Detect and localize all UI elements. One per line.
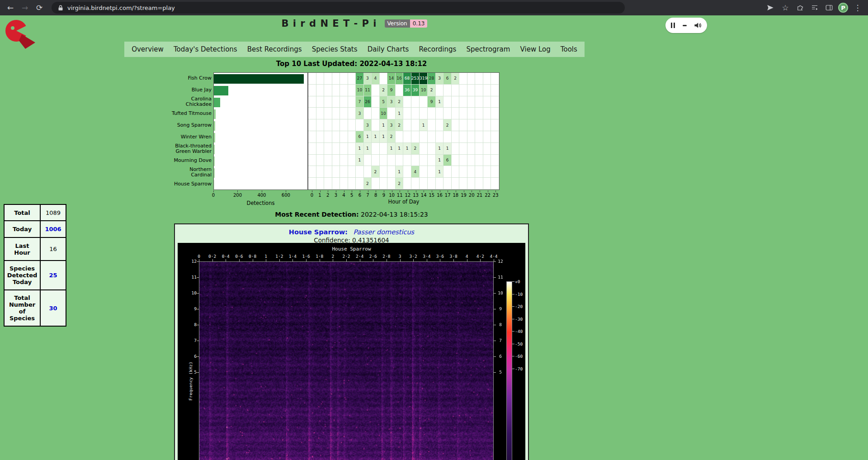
heatmap-cell bbox=[356, 178, 364, 190]
heatmap-cell bbox=[316, 155, 325, 166]
spectro-x-tick: 3 bbox=[399, 254, 401, 259]
heatmap-cell bbox=[420, 143, 428, 155]
heatmap-cell bbox=[372, 96, 380, 108]
seek-bar[interactable] bbox=[683, 25, 687, 26]
heatmap-cell: 39 bbox=[411, 85, 420, 96]
nav-item-today-s-detections[interactable]: Today's Detections bbox=[171, 45, 240, 53]
pause-button[interactable] bbox=[671, 23, 675, 28]
spectro-y-tick: 8 bbox=[496, 322, 505, 327]
stats-row-last-hour: Last Hour16 bbox=[4, 237, 66, 261]
heatmap-cell: 319 bbox=[420, 73, 428, 85]
heatmap-cell bbox=[308, 96, 316, 108]
extensions-icon[interactable] bbox=[795, 2, 806, 13]
bookmark-star-icon[interactable]: ☆ bbox=[779, 2, 791, 14]
side-panel-icon[interactable] bbox=[824, 2, 835, 13]
heatmap-cell: 16 bbox=[396, 73, 404, 85]
volume-icon[interactable] bbox=[694, 22, 702, 29]
nav-item-tools[interactable]: Tools bbox=[558, 45, 580, 53]
heatmap-cell: 1 bbox=[380, 119, 388, 131]
profile-avatar[interactable]: P bbox=[838, 3, 848, 13]
reload-icon[interactable]: ⟳ bbox=[33, 2, 45, 14]
heatmap-cell bbox=[308, 85, 316, 96]
heatmap-cell bbox=[380, 143, 388, 155]
heatmap-cell: 2 bbox=[380, 85, 388, 96]
hour-axis-tick: 1 bbox=[318, 193, 321, 198]
detection-common-name[interactable]: House Sparrow: bbox=[289, 228, 348, 236]
share-icon[interactable] bbox=[765, 2, 776, 13]
heatmap-cell: 253 bbox=[411, 73, 420, 85]
back-icon[interactable]: ← bbox=[5, 2, 16, 14]
heatmap-cell bbox=[420, 166, 428, 178]
heatmap-cell: 2 bbox=[387, 131, 396, 143]
heatmap-cell bbox=[443, 85, 452, 96]
heatmap-cell: 1 bbox=[436, 96, 444, 108]
species-label: Song Sparrow bbox=[172, 119, 212, 131]
heatmap-cell bbox=[324, 131, 332, 143]
heatmap-cell bbox=[364, 108, 372, 119]
heatmap-cell: 2 bbox=[452, 73, 460, 85]
heatmap-cell bbox=[467, 96, 476, 108]
heatmap-cell bbox=[364, 166, 372, 178]
nav-item-species-stats[interactable]: Species Stats bbox=[309, 45, 360, 53]
heatmap-cell bbox=[372, 85, 380, 96]
heatmap-cell: 3 bbox=[387, 119, 396, 131]
heatmap-cell bbox=[428, 166, 436, 178]
nav-item-best-recordings[interactable]: Best Recordings bbox=[245, 45, 305, 53]
stats-value[interactable]: 25 bbox=[40, 261, 66, 290]
heatmap-cell bbox=[396, 131, 404, 143]
heatmap-cell bbox=[491, 119, 499, 131]
heatmap-cell bbox=[316, 108, 325, 119]
media-controls-icon[interactable] bbox=[809, 2, 820, 13]
species-label: House Sparrow bbox=[172, 178, 212, 190]
heatmap-cell bbox=[340, 131, 348, 143]
nav-item-recordings[interactable]: Recordings bbox=[416, 45, 459, 53]
heatmap-cell bbox=[475, 155, 483, 166]
heatmap-cell bbox=[436, 85, 444, 96]
heatmap-cell: 2 bbox=[396, 96, 404, 108]
heatmap-cell bbox=[467, 108, 476, 119]
heatmap-cell bbox=[483, 166, 491, 178]
stats-value[interactable]: 1006 bbox=[40, 221, 66, 237]
heatmap-cell bbox=[428, 143, 436, 155]
spectro-x-tick: 1 bbox=[264, 254, 267, 259]
heatmap-cell: 6 bbox=[443, 155, 452, 166]
heatmap-cell: 2 bbox=[428, 85, 436, 96]
heatmap-cell bbox=[340, 85, 348, 96]
heatmap-cell: 1 bbox=[372, 131, 380, 143]
spectro-x-tick: 0 bbox=[198, 254, 200, 259]
heatmap-cell bbox=[372, 143, 380, 155]
nav-item-view-log[interactable]: View Log bbox=[518, 45, 553, 53]
heatmap-cell bbox=[420, 155, 428, 166]
heatmap-cell bbox=[308, 131, 316, 143]
nav-item-spectrogram[interactable]: Spectrogram bbox=[464, 45, 513, 53]
heatmap-cell bbox=[403, 155, 411, 166]
spectro-x-tick: 1·2 bbox=[275, 254, 283, 259]
spectro-y-tick: 11 bbox=[496, 275, 505, 280]
heatmap-cell bbox=[475, 131, 483, 143]
detections-bar bbox=[214, 98, 220, 107]
forward-icon[interactable]: → bbox=[19, 2, 31, 14]
spectro-y-tick: 12 bbox=[496, 259, 505, 264]
address-bar[interactable]: virginia.birdnetpi.com/?stream=play bbox=[52, 2, 625, 14]
birdnet-pi-logo bbox=[4, 19, 37, 51]
heatmap-cell bbox=[436, 119, 444, 131]
heatmap-cell bbox=[459, 166, 467, 178]
page-title: B i r d N E T - P i bbox=[282, 18, 377, 29]
browser-menu-icon[interactable]: ⋮ bbox=[852, 2, 863, 14]
stats-value[interactable]: 30 bbox=[40, 290, 66, 326]
stats-value: 1089 bbox=[40, 204, 66, 221]
nav-item-overview[interactable]: Overview bbox=[129, 45, 166, 53]
hour-axis-tick: 11 bbox=[397, 193, 403, 198]
spectro-x-tick: 3·2 bbox=[410, 254, 417, 259]
heatmap-cell bbox=[356, 119, 364, 131]
stats-value: 16 bbox=[40, 237, 66, 261]
spectrogram-image: House Sparrow 00·20·40·60·811·21·41·61·8… bbox=[178, 243, 525, 460]
heatmap-cell bbox=[403, 166, 411, 178]
masthead: B i r d N E T - P i Version 0.13 bbox=[124, 18, 585, 29]
audio-player[interactable] bbox=[665, 18, 707, 33]
heatmap-cell bbox=[308, 166, 316, 178]
nav-item-daily-charts[interactable]: Daily Charts bbox=[365, 45, 412, 53]
spectro-y-tick: 8 bbox=[188, 322, 197, 327]
spectro-y-tick: 11 bbox=[188, 275, 197, 280]
heatmap-cell bbox=[491, 143, 499, 155]
